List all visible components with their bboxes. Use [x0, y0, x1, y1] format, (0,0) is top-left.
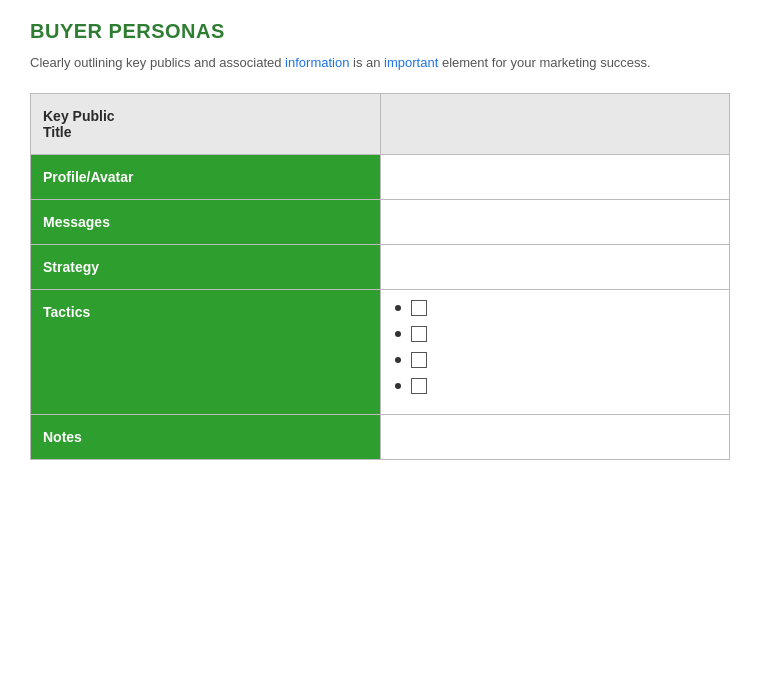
strategy-label: Strategy — [31, 244, 381, 289]
table-row-messages: Messages — [31, 199, 730, 244]
table-row-notes: Notes — [31, 414, 730, 459]
messages-label: Messages — [31, 199, 381, 244]
notes-label: Notes — [31, 414, 381, 459]
tactics-list — [395, 300, 716, 394]
checkbox-1[interactable] — [411, 300, 427, 316]
tactics-content — [380, 289, 730, 414]
checkbox-2[interactable] — [411, 326, 427, 342]
key-public-title-content — [380, 93, 730, 154]
table-row-strategy: Strategy — [31, 244, 730, 289]
subtitle-highlight-1: information — [285, 55, 349, 70]
profile-avatar-content — [380, 154, 730, 199]
table-row-tactics: Tactics — [31, 289, 730, 414]
strategy-content — [380, 244, 730, 289]
profile-avatar-label: Profile/Avatar — [31, 154, 381, 199]
messages-content — [380, 199, 730, 244]
list-item — [395, 326, 716, 342]
bullet-icon — [395, 383, 401, 389]
checkbox-3[interactable] — [411, 352, 427, 368]
page-title: BUYER PERSONAS — [30, 20, 730, 43]
list-item — [395, 300, 716, 316]
checkbox-4[interactable] — [411, 378, 427, 394]
list-item — [395, 352, 716, 368]
subtitle-important: important — [384, 55, 438, 70]
buyer-personas-table: Key PublicTitle Profile/Avatar Messages … — [30, 93, 730, 460]
bullet-icon — [395, 357, 401, 363]
list-item — [395, 378, 716, 394]
table-row-profile-avatar: Profile/Avatar — [31, 154, 730, 199]
key-public-title-label: Key PublicTitle — [31, 93, 381, 154]
bullet-icon — [395, 331, 401, 337]
bullet-icon — [395, 305, 401, 311]
table-row-key-public-title: Key PublicTitle — [31, 93, 730, 154]
subtitle: Clearly outlining key publics and associ… — [30, 53, 730, 73]
tactics-label: Tactics — [31, 289, 381, 414]
notes-content — [380, 414, 730, 459]
